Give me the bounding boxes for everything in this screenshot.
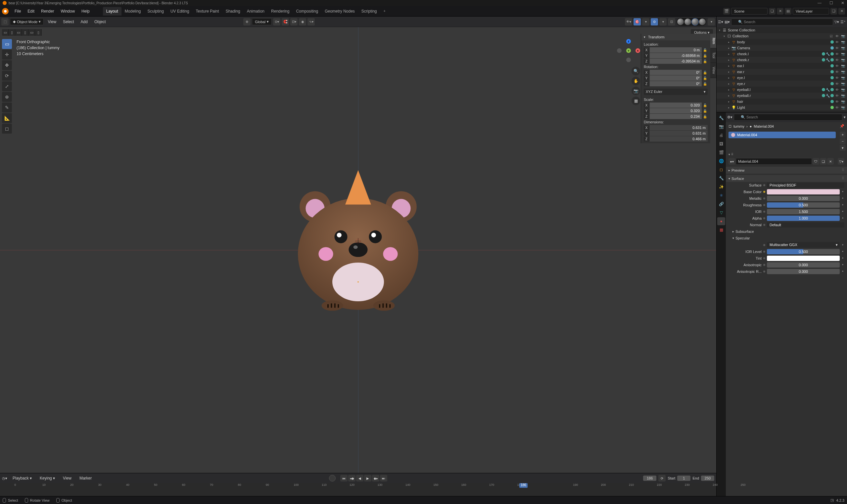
props-search[interactable]: 🔍 Search xyxy=(734,114,842,121)
prop-tab-viewlayer[interactable]: 🖼 xyxy=(717,140,725,148)
tl-menu-keying[interactable]: Keying ▾ xyxy=(37,474,57,482)
scl-z-lock[interactable]: 🔓 xyxy=(702,115,708,119)
shading-rendered[interactable] xyxy=(699,19,706,25)
menu-render[interactable]: Render xyxy=(38,7,57,16)
alpha-link-dot[interactable] xyxy=(763,217,765,220)
basecolor-link-dot[interactable] xyxy=(763,191,765,193)
select-mode-5[interactable]: ▭ xyxy=(29,29,35,36)
workspace-tab-uv[interactable]: UV Editing xyxy=(167,7,193,16)
ior-menu[interactable]: • xyxy=(841,209,844,214)
outliner-item-cheek.r[interactable]: ▸▽cheek.r🔧👁📷 xyxy=(716,57,847,63)
tl-menu-marker[interactable]: Marker xyxy=(77,474,94,482)
material-name-input[interactable] xyxy=(736,158,812,165)
mat-nodetree[interactable]: ▽▾ xyxy=(838,158,844,165)
prop-tab-scene[interactable]: 🎬 xyxy=(717,148,725,157)
frame-refresh[interactable]: ⟳ xyxy=(658,475,666,482)
camera-button[interactable]: 📷 xyxy=(632,87,640,95)
blender-logo[interactable] xyxy=(2,8,8,15)
dim-y[interactable]: 0.631 m xyxy=(650,131,708,136)
prop-tab-constraint[interactable]: 🔗 xyxy=(717,200,725,208)
tint-field[interactable] xyxy=(767,256,840,261)
outliner-collection[interactable]: ▾☐Collection ☑👁📷 xyxy=(716,33,847,39)
jump-end[interactable]: ⏭ xyxy=(380,475,387,482)
overlay-toggle[interactable]: ⊙ xyxy=(651,18,658,25)
outliner-item-ear.l[interactable]: ▸▽ear.l👁📷 xyxy=(716,63,847,69)
npanel-tab-tool[interactable]: Tool xyxy=(710,48,716,62)
outliner-new-collection[interactable]: ☰⁺ xyxy=(841,20,846,24)
scl-y-lock[interactable]: 🔓 xyxy=(702,109,708,113)
layer-delete-button[interactable]: ✕ xyxy=(839,8,845,15)
shading-solid[interactable] xyxy=(685,19,691,25)
playhead[interactable]: 186 xyxy=(519,483,528,488)
outliner-search[interactable]: 🔍 Search xyxy=(731,19,833,25)
navigation-gizmo[interactable]: Z Y X xyxy=(617,39,640,62)
proportional-dropdown[interactable]: ∿▾ xyxy=(308,18,315,25)
workspace-tab-sculpting[interactable]: Sculpting xyxy=(144,7,167,16)
rot-x[interactable]: 0° xyxy=(650,70,702,75)
ior-field[interactable]: 1.500 xyxy=(767,209,840,214)
outliner-item-hair[interactable]: ▸▽hair👁📷 xyxy=(716,98,847,105)
surface-link-dot[interactable] xyxy=(763,184,765,186)
metallic-link-dot[interactable] xyxy=(763,197,765,200)
snap-toggle[interactable]: 🧲 xyxy=(282,18,289,25)
tool-rotate[interactable]: ⟳ xyxy=(2,71,12,81)
aniso-link-dot[interactable] xyxy=(763,264,765,266)
outliner-item-cheek.l[interactable]: ▸▽cheek.l🔧👁📷 xyxy=(716,51,847,57)
outliner-root[interactable]: ▾☰Scene Collection xyxy=(716,27,847,33)
workspace-tab-geonodes[interactable]: Geometry Nodes xyxy=(322,7,358,16)
overlay-dropdown[interactable]: ▾ xyxy=(659,18,667,25)
outliner-item-eye.r[interactable]: ▸▽eye.r👁📷 xyxy=(716,81,847,87)
tool-scale[interactable]: ⤢ xyxy=(2,82,12,91)
play-reverse[interactable]: ◀ xyxy=(356,475,363,482)
viewlayer-name-input[interactable] xyxy=(793,8,829,15)
prop-tab-material[interactable]: ● xyxy=(717,217,725,225)
jump-start[interactable]: ⏮ xyxy=(340,475,348,482)
minimize-button[interactable]: — xyxy=(817,1,822,5)
roughness-field[interactable]: 0.500 xyxy=(767,202,840,208)
shading-wireframe[interactable] xyxy=(677,19,684,25)
tl-menu-playback[interactable]: Playback ▾ xyxy=(10,474,34,482)
specular-header[interactable]: ▾Specular xyxy=(726,235,847,241)
prop-tab-render[interactable]: 📷 xyxy=(717,123,725,131)
slot-menu[interactable]: ▾ xyxy=(840,145,846,151)
perspective-button[interactable]: ▦ xyxy=(632,96,640,105)
slot-add[interactable]: + xyxy=(840,132,846,138)
keyframe-next[interactable]: ◆▸ xyxy=(372,475,379,482)
rot-y-lock[interactable]: 🔓 xyxy=(702,76,708,80)
workspace-tab-compositing[interactable]: Compositing xyxy=(293,7,322,16)
aniso-menu[interactable]: • xyxy=(841,263,844,267)
ior-link-dot[interactable] xyxy=(763,210,765,213)
iorlevel-menu[interactable]: • xyxy=(841,249,844,254)
workspace-tab-animation[interactable]: Animation xyxy=(244,7,268,16)
roughness-menu[interactable]: • xyxy=(841,203,844,208)
rotation-mode-dropdown[interactable]: XYZ Euler▾ xyxy=(644,89,708,95)
viewport-3d[interactable]: ▭ ▯ ▭ ▯ ▭ ▯ Options ▾ Front Orthographic… xyxy=(0,27,716,473)
slot-remove[interactable]: − xyxy=(840,138,846,144)
workspace-tab-shading[interactable]: Shading xyxy=(222,7,244,16)
outliner-item-eyeball.l[interactable]: ▸▽eyeball.l🔧👁📷 xyxy=(716,87,847,93)
shading-dropdown[interactable]: ▾ xyxy=(708,18,715,25)
props-editor-icon[interactable]: ⚙▾ xyxy=(727,115,732,120)
alpha-field[interactable]: 1.000 xyxy=(767,216,840,221)
tint-menu[interactable]: • xyxy=(841,256,844,260)
loc-y[interactable]: -0.65958 m xyxy=(650,53,702,58)
props-options[interactable]: ▾ xyxy=(844,115,846,120)
tool-select-box[interactable]: ▭ xyxy=(2,39,12,49)
prop-tab-tool[interactable]: 🔧 xyxy=(717,114,725,122)
alpha-menu[interactable]: • xyxy=(841,216,844,220)
subsurface-header[interactable]: ▸Subsurface xyxy=(726,228,847,235)
prop-tab-output[interactable]: 🖨 xyxy=(717,131,725,139)
orientation-dropdown[interactable]: Global▾ xyxy=(252,18,272,25)
current-frame-field[interactable]: 186 xyxy=(643,475,656,481)
dim-z[interactable]: 0.466 m xyxy=(650,136,708,142)
maximize-button[interactable]: ☐ xyxy=(829,1,833,5)
editor-type-icon[interactable]: ⬚ xyxy=(1,18,8,25)
menu-edit[interactable]: Edit xyxy=(24,7,38,16)
rot-y[interactable]: 0° xyxy=(650,75,702,81)
pivot-dropdown[interactable]: ⊙▾ xyxy=(273,18,280,25)
tint-link-dot[interactable] xyxy=(763,257,765,259)
rot-z[interactable]: 0° xyxy=(650,81,702,86)
metallic-menu[interactable]: • xyxy=(841,196,844,201)
iorlevel-link-dot[interactable] xyxy=(763,250,765,253)
tool-annotate[interactable]: ✎ xyxy=(2,103,12,112)
